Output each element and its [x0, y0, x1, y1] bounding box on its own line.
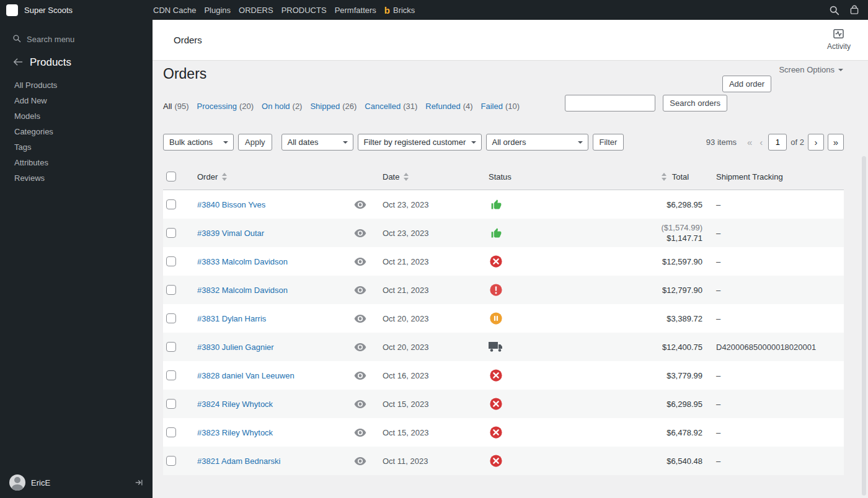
status-completed-icon — [489, 225, 503, 240]
filter-button[interactable]: Filter — [593, 134, 624, 151]
sidebar-menu-item[interactable]: All Products — [0, 77, 153, 93]
row-checkbox[interactable] — [166, 285, 176, 295]
status-filter-link[interactable]: On hold (2) — [262, 102, 302, 111]
sidebar-menu-item[interactable]: Models — [0, 108, 153, 124]
column-header-order[interactable]: Order — [192, 164, 347, 190]
collapse-sidebar-icon[interactable] — [135, 478, 143, 487]
screen-options-label: Screen Options — [779, 65, 835, 74]
order-link[interactable]: #3830 Julien Gagnier — [197, 343, 274, 352]
preview-eye-icon[interactable] — [354, 286, 366, 294]
sidebar-menu-item[interactable]: Attributes — [0, 155, 153, 170]
order-link[interactable]: #3831 Dylan Harris — [197, 314, 266, 323]
pagination: 93 items « ‹ of 2 › » — [706, 134, 844, 151]
preview-eye-icon[interactable] — [354, 343, 366, 351]
chevron-down-icon — [343, 141, 348, 146]
screen-options-button[interactable]: Screen Options — [779, 65, 843, 74]
status-cancelled-icon — [489, 396, 503, 411]
bulk-actions-label: Bulk actions — [169, 138, 213, 147]
row-checkbox[interactable] — [166, 228, 176, 238]
sort-arrows-icon — [222, 173, 227, 181]
search-icon[interactable] — [829, 5, 839, 15]
sidebar-menu: All Products Add New Models Categories T… — [0, 72, 153, 191]
scrollbar[interactable] — [862, 156, 866, 496]
preview-eye-icon[interactable] — [354, 229, 366, 237]
status-filter-link[interactable]: Refunded (4) — [425, 102, 472, 111]
sidebar-menu-item[interactable]: Categories — [0, 124, 153, 139]
admin-bar-menu-item[interactable]: PRODUCTS — [281, 6, 327, 15]
order-link[interactable]: #3840 Bisson Yves — [197, 200, 265, 209]
search-orders-button[interactable]: Search orders — [663, 95, 727, 111]
status-filter-link[interactable]: Processing (20) — [197, 102, 254, 111]
current-page-input[interactable] — [768, 134, 787, 151]
row-checkbox[interactable] — [166, 256, 176, 266]
admin-bar-menu-item-bricks[interactable]: b Bricks — [384, 6, 415, 15]
order-link[interactable]: #3821 Adam Bednarski — [197, 456, 280, 466]
next-page-button[interactable]: › — [808, 134, 824, 151]
column-header-total[interactable]: Total — [644, 164, 712, 190]
order-link[interactable]: #3823 Riley Whytock — [197, 428, 273, 437]
apply-button[interactable]: Apply — [238, 134, 272, 151]
site-logo-icon[interactable] — [6, 4, 18, 16]
sidebar-search[interactable]: Search menu — [0, 20, 153, 45]
status-filter-count: (20) — [239, 102, 254, 111]
order-tracking: – — [716, 200, 720, 209]
preview-eye-icon[interactable] — [354, 315, 366, 323]
order-total: $6,298.95 — [666, 400, 702, 409]
order-link[interactable]: #3839 Vimal Outar — [197, 229, 264, 238]
status-filter-link[interactable]: Cancelled (31) — [365, 102, 417, 111]
customer-filter-select[interactable]: Filter by registered customer — [358, 134, 482, 151]
breadcrumb: Orders — [174, 35, 202, 45]
admin-bar-menu-item[interactable]: ORDERS — [239, 6, 273, 15]
preview-eye-icon[interactable] — [354, 258, 366, 266]
status-cancelled-icon — [489, 368, 503, 383]
last-page-button[interactable]: » — [828, 134, 844, 151]
select-all-checkbox[interactable] — [166, 172, 176, 181]
preview-eye-icon[interactable] — [354, 372, 366, 380]
status-filter-label: Failed — [481, 102, 503, 111]
storefront-bag-icon[interactable] — [849, 5, 859, 15]
row-checkbox[interactable] — [166, 199, 176, 209]
site-name[interactable]: Super Scoots — [24, 6, 73, 15]
status-filter-link[interactable]: Shipped (26) — [310, 102, 356, 111]
status-cancelled-icon — [489, 453, 503, 468]
row-checkbox[interactable] — [166, 342, 176, 352]
preview-eye-icon[interactable] — [354, 201, 366, 209]
order-status-cell — [482, 276, 644, 304]
sidebar-menu-item[interactable]: Reviews — [0, 170, 153, 186]
row-checkbox[interactable] — [166, 427, 176, 437]
status-filter-label: Refunded — [425, 102, 460, 111]
order-status-cell — [482, 361, 644, 390]
add-order-button[interactable]: Add order — [722, 76, 771, 92]
user-name: EricE — [31, 478, 50, 487]
order-link[interactable]: #3833 Malcolm Davidson — [197, 257, 288, 266]
order-link[interactable]: #3824 Riley Whytock — [197, 400, 273, 409]
preview-eye-icon[interactable] — [354, 400, 366, 408]
sidebar-back-products[interactable]: Products — [0, 45, 153, 72]
order-date: Oct 20, 2023 — [383, 314, 428, 323]
sidebar-menu-item[interactable]: Add New — [0, 93, 153, 108]
all-dates-select[interactable]: All dates — [281, 134, 353, 151]
sidebar-menu-item[interactable]: Tags — [0, 139, 153, 155]
bulk-actions-select[interactable]: Bulk actions — [163, 134, 234, 151]
preview-eye-icon[interactable] — [354, 457, 366, 465]
order-tracking: – — [716, 428, 720, 437]
items-count: 93 items — [706, 138, 737, 147]
all-orders-select[interactable]: All orders — [486, 134, 588, 151]
row-checkbox[interactable] — [166, 370, 176, 380]
status-filter-link[interactable]: All (95) — [163, 102, 189, 111]
order-total: $6,540.48 — [666, 456, 702, 466]
status-filter-link[interactable]: Failed (10) — [481, 102, 520, 111]
admin-bar-menu-item[interactable]: Plugins — [204, 6, 231, 15]
admin-bar-menu-item[interactable]: CDN Cache — [153, 6, 196, 15]
row-checkbox[interactable] — [166, 313, 176, 323]
column-header-date[interactable]: Date — [374, 164, 482, 190]
orders-search-input[interactable] — [565, 95, 655, 111]
row-checkbox[interactable] — [166, 456, 176, 466]
activity-button[interactable]: Activity — [827, 29, 851, 51]
admin-bar-menu-item[interactable]: Permfatters — [335, 6, 376, 15]
row-checkbox[interactable] — [166, 399, 176, 409]
order-link[interactable]: #3832 Malcolm Davidson — [197, 286, 288, 295]
order-link[interactable]: #3828 daniel Van Leeuwen — [197, 371, 294, 380]
column-header-tracking: Shipment Tracking — [712, 164, 844, 190]
preview-eye-icon[interactable] — [354, 429, 366, 437]
